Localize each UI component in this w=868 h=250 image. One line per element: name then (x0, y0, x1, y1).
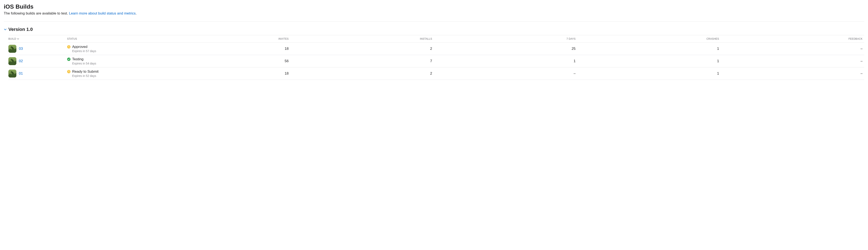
chevron-down-icon (17, 38, 19, 40)
status-expiry: Expires in 52 days (72, 74, 99, 78)
app-icon (8, 70, 17, 78)
status-text: Ready to Submit Expires in 52 days (72, 70, 99, 78)
column-build[interactable]: BUILD (8, 37, 67, 40)
table-row[interactable]: 01 Ready to Submit Expires in 52 days 18… (8, 67, 864, 80)
installs-value: 2 (290, 47, 434, 51)
version-disclosure[interactable]: Version 1.0 (4, 27, 864, 32)
build-number-link[interactable]: 01 (19, 72, 23, 76)
crashes-value: 1 (577, 72, 721, 76)
column-installs: INSTALLS (290, 37, 434, 40)
column-crashes: CRASHES (577, 37, 721, 40)
check-circle-icon (67, 58, 70, 61)
seven-days-value: 25 (434, 47, 577, 51)
clock-icon (67, 70, 70, 73)
status-cell: Testing Expires in 54 days (67, 57, 147, 65)
subtitle-suffix: . (135, 11, 136, 15)
invites-value: 18 (147, 72, 290, 76)
invites-value: 18 (147, 47, 290, 51)
feedback-value: – (721, 59, 864, 63)
seven-days-value: – (434, 72, 577, 76)
app-icon (8, 57, 17, 65)
build-cell: 02 (8, 57, 67, 65)
status-label: Approved (72, 45, 96, 49)
status-cell: Ready to Submit Expires in 52 days (67, 70, 147, 78)
seven-days-value: 1 (434, 59, 577, 63)
status-expiry: Expires in 54 days (72, 62, 96, 65)
page-title: iOS Builds (4, 3, 864, 10)
version-title: Version 1.0 (8, 27, 33, 32)
build-number-link[interactable]: 03 (19, 47, 23, 51)
column-invites: INVITES (147, 37, 290, 40)
installs-value: 7 (290, 59, 434, 63)
table-header: BUILD STATUS INVITES INSTALLS 7 DAYS CRA… (8, 35, 864, 43)
status-expiry: Expires in 57 days (72, 49, 96, 53)
feedback-value: – (721, 72, 864, 76)
build-cell: 03 (8, 45, 67, 53)
installs-value: 2 (290, 72, 434, 76)
status-label: Ready to Submit (72, 70, 99, 74)
crashes-value: 1 (577, 59, 721, 63)
status-text: Approved Expires in 57 days (72, 45, 96, 53)
column-seven-days: 7 DAYS (434, 37, 577, 40)
chevron-down-icon (4, 28, 7, 31)
table-row[interactable]: 02 Testing Expires in 54 days 56 7 1 1 – (8, 55, 864, 67)
status-text: Testing Expires in 54 days (72, 57, 96, 65)
crashes-value: 1 (577, 47, 721, 51)
column-feedback: FEEDBACK (721, 37, 864, 40)
build-number-link[interactable]: 02 (19, 59, 23, 63)
status-cell: Approved Expires in 57 days (67, 45, 147, 53)
subtitle-text: The following builds are available to te… (4, 11, 69, 15)
table-row[interactable]: 03 Approved Expires in 57 days 18 2 25 1… (8, 43, 864, 55)
app-icon (8, 45, 17, 53)
column-build-label: BUILD (8, 37, 16, 40)
builds-table: BUILD STATUS INVITES INSTALLS 7 DAYS CRA… (8, 35, 864, 80)
feedback-value: – (721, 47, 864, 51)
learn-more-link[interactable]: Learn more about build status and metric… (69, 11, 136, 15)
status-label: Testing (72, 57, 96, 61)
build-cell: 01 (8, 70, 67, 78)
page-subtitle: The following builds are available to te… (4, 11, 864, 16)
clock-icon (67, 45, 70, 49)
invites-value: 56 (147, 59, 290, 63)
column-status: STATUS (67, 37, 147, 40)
